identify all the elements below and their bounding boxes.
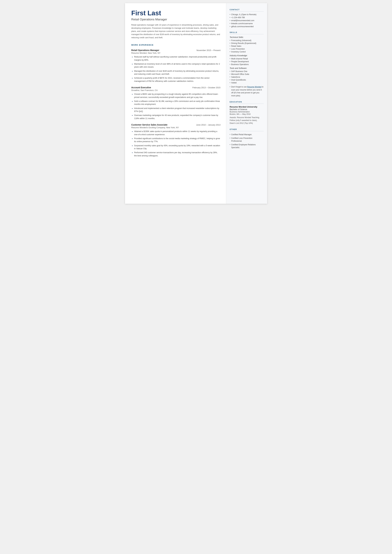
job-company-3: Resume Worded's Exciting Company, New Yo… <box>131 126 221 129</box>
skills-list-technical: Forecasting (Advanced) Driving Results (… <box>230 39 264 53</box>
skill-business-ops: Business Operations <box>230 63 264 66</box>
bullet-3-3: Surpassed monthly sales goal by 43%, exc… <box>131 144 221 150</box>
education-section: EDUCATION Resume Worded University Bache… <box>230 101 264 125</box>
skill-adobe: Adobe <box>230 82 264 84</box>
contact-item-email: email@resumeworded.com <box>230 19 264 22</box>
job-bullets-1: Reduced staff by half without sacrificin… <box>131 56 221 83</box>
bullet-2-1: Closed a $92K sale by prospecting in a t… <box>131 93 221 99</box>
bullet-1-2: Maintained an inventory level of over 88… <box>131 63 221 69</box>
other-item-3: Certified Employee Relations Specialist. <box>230 143 264 149</box>
bullet-2-2: Sold a software contract for $1.8M, earn… <box>131 100 221 106</box>
job-dates-2: February 2013 – October 2015 <box>192 86 221 89</box>
education-header: EDUCATION <box>230 101 264 104</box>
right-column: CONTACT Chicago, IL (Open to Remote) +1-… <box>226 3 267 204</box>
resume-worded-note: Don't forget to use Resume Worded to sca… <box>230 85 264 97</box>
job-title-3: Customer Service Sales Associate <box>131 124 168 126</box>
edu-field: Business Administration <box>230 111 264 113</box>
skills-section: SKILLS Technical Skills: Forecasting (Ad… <box>230 31 264 97</box>
bullet-3-2: Provided significant contributions to th… <box>131 137 221 143</box>
job-company-2: Growthsi, San Francisco, CA <box>131 89 221 91</box>
contact-item-location: Chicago, IL (Open to Remote) <box>230 14 264 16</box>
edu-location: Boston, MA — May 2010 <box>230 113 264 115</box>
candidate-title: Retail Operations Manager <box>131 18 221 21</box>
other-header: OTHER <box>230 128 264 131</box>
other-item-2: Certified Loss Prevention Professional. <box>230 137 264 142</box>
skills-header: SKILLS <box>230 31 264 34</box>
skill-driving: Driving Results (Experienced) <box>230 42 264 44</box>
skills-list-industry: Multi-channel Retail People Development … <box>230 58 264 66</box>
skill-forecasting: Forecasting (Advanced) <box>230 39 264 42</box>
skill-quickbooks: Intuit QuickBooks <box>230 79 264 81</box>
candidate-name: First Last <box>131 9 221 17</box>
other-list: Certified Retail Manager. Certified Loss… <box>230 133 264 149</box>
contact-list: Chicago, IL (Open to Remote) +1-234-456-… <box>230 14 264 28</box>
job-dates-1: November 2015 – Present <box>196 49 221 51</box>
skill-retail-sales: Retail Sales <box>230 45 264 47</box>
skill-people-dev: People Development <box>230 61 264 63</box>
candidate-summary: Retail operations manager with 10 years … <box>131 23 221 39</box>
job-top-1: Retail Operations Manager November 2015 … <box>131 49 221 51</box>
skills-cat-title-2: Industry Knowledge: <box>230 55 264 57</box>
other-item-1: Certified Retail Manager. <box>230 133 264 136</box>
job-dates-3: June 2010 – January 2013 <box>196 124 221 126</box>
edu-degree: Bachelor of Science <box>230 108 264 111</box>
contact-item-phone: +1-234-456-789 <box>230 16 264 19</box>
bullet-1-4: Achieved a quarterly profit of $87K for … <box>131 77 221 83</box>
work-experience-header: WORK EXPERIENCE <box>131 44 221 47</box>
job-bullets-2: Closed a $92K sale by prospecting in a t… <box>131 93 221 120</box>
contact-header: CONTACT <box>230 9 264 12</box>
job-block-1: Retail Operations Manager November 2015 … <box>131 49 221 83</box>
bullet-1-3: Managed the distribution of over $1M wor… <box>131 70 221 76</box>
skill-multichannel: Multi-channel Retail <box>230 58 264 60</box>
job-top-2: Account Executive February 2013 – Octobe… <box>131 86 221 89</box>
skill-office: Microsoft Office Suite <box>230 73 264 75</box>
skill-loss-prevention: Loss Prevention <box>230 48 264 50</box>
skill-inventory-control: Inventory Control <box>230 51 264 53</box>
skill-sap: SAP Business One <box>230 70 264 72</box>
bullet-1-1: Reduced staff by half without sacrificin… <box>131 56 221 62</box>
contact-section: CONTACT Chicago, IL (Open to Remote) +1-… <box>230 9 264 28</box>
other-section: OTHER Certified Retail Manager. Certifie… <box>230 128 264 149</box>
edu-school: Resume Worded University <box>230 106 264 108</box>
job-bullets-3: Attained a $150K sales quota in personal… <box>131 130 221 157</box>
job-block-3: Customer Service Sales Associate June 20… <box>131 124 221 157</box>
job-title-2: Account Executive <box>131 86 151 89</box>
job-title-1: Retail Operations Manager <box>131 49 159 51</box>
edu-awards: Awards: Resume Worded Teaching Fellow (o… <box>230 116 264 125</box>
work-experience-section: WORK EXPERIENCE Retail Operations Manage… <box>131 44 221 157</box>
resume-page: First Last Retail Operations Manager Ret… <box>125 3 267 204</box>
skills-cat-title-1: Technical Skills: <box>230 36 264 38</box>
left-column: First Last Retail Operations Manager Ret… <box>125 3 226 204</box>
job-top-3: Customer Service Sales Associate June 20… <box>131 124 221 126</box>
bullet-3-1: Attained a $150K sales quota in personal… <box>131 130 221 136</box>
contact-item-linkedin: linkedin.com/in/username <box>230 22 264 25</box>
skill-salesforce: Salesforce <box>230 76 264 78</box>
bullet-2-4: Oversaw marketing campaigns for 43 new p… <box>131 114 221 120</box>
bullet-3-4: Performed 340 customer service transacti… <box>131 151 221 157</box>
job-company-1: Resume Worded, New York, NY <box>131 52 221 54</box>
resume-worded-link[interactable]: Resume Worded <box>247 86 261 88</box>
contact-item-github: github.com/resumeworded <box>230 25 264 28</box>
skills-list-tools: SAP Business One Microsoft Office Suite … <box>230 70 264 84</box>
skills-cat-title-3: Tools and Software: <box>230 67 264 69</box>
job-block-2: Account Executive February 2013 – Octobe… <box>131 86 221 120</box>
bullet-2-3: Introduced and implemented a client rete… <box>131 107 221 113</box>
